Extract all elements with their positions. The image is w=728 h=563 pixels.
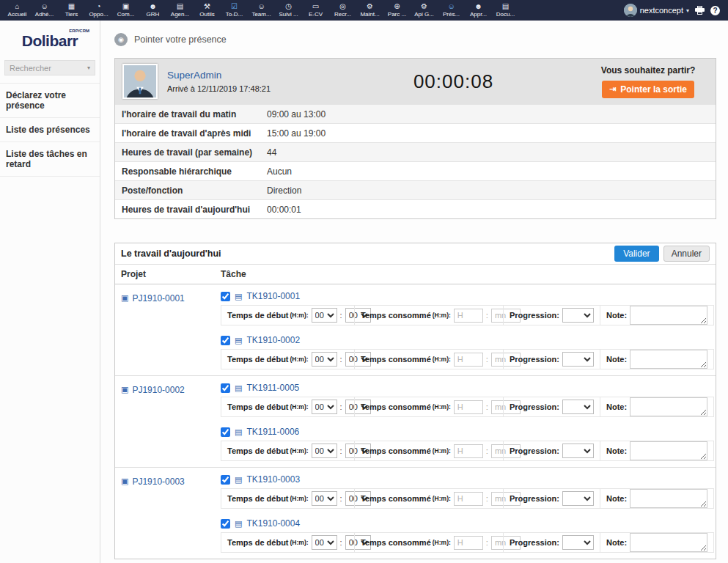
task-link[interactable]: TK1911-0006: [246, 427, 299, 437]
start-hour-select[interactable]: 00: [312, 491, 337, 506]
note-textarea[interactable]: [630, 441, 707, 460]
topbar-item-suivi[interactable]: ◷Suivi ...: [275, 0, 302, 21]
dolibarr-logo[interactable]: Dolibarr ERP/CRM: [0, 21, 100, 59]
topbar-item-opportunites[interactable]: ◔Oppo...: [85, 0, 112, 21]
consumed-time-cell: Temps consommé(H:m): :: [354, 397, 504, 417]
arrival-time: Arrivé à 12/11/2019 17:48:21: [167, 84, 317, 93]
project-link[interactable]: ▣PJ1910-0002: [121, 385, 185, 395]
task-controls: Temps de début(H:m): 00 : 00 Temps conso…: [221, 349, 714, 369]
cancel-button[interactable]: Annuler: [663, 246, 710, 262]
consumed-hours-input[interactable]: [454, 353, 483, 367]
task-link[interactable]: TK1910-0004: [246, 518, 300, 529]
clock-out-button[interactable]: ⇥ Pointer la sortie: [602, 81, 694, 98]
start-time-cell: Temps de début(H:m): 00 : 00: [221, 441, 355, 461]
topbar-item-documents[interactable]: ▤Docu...: [492, 0, 519, 21]
note-textarea[interactable]: [630, 397, 707, 416]
progression-select[interactable]: [562, 444, 594, 458]
progression-select[interactable]: [562, 535, 594, 550]
user-menu[interactable]: nextconcept ▾: [624, 4, 689, 17]
sidebar-item-liste-presences[interactable]: Liste des présences: [0, 118, 100, 142]
search-input[interactable]: [10, 64, 83, 73]
topbar-item-parc[interactable]: ⊕Parc ...: [383, 0, 411, 21]
topbar-item-accueil[interactable]: ⌂Accueil: [4, 0, 31, 21]
task-checkbox[interactable]: [221, 336, 230, 345]
todo-check-icon: ☑: [231, 3, 238, 10]
sidebar: Dolibarr ERP/CRM ▾ Déclarez votre présen…: [0, 21, 100, 563]
topbar-item-agenda[interactable]: ▤Agen...: [166, 0, 194, 21]
consumed-hours-input[interactable]: [454, 536, 483, 550]
sidebar-item-taches-en-retard[interactable]: Liste des tâches en retard: [0, 142, 100, 177]
topbar-item-todo[interactable]: ☑To-D...: [221, 0, 248, 21]
validate-button[interactable]: Valider: [614, 246, 658, 262]
task-header: ▤ TK1910-0004: [221, 518, 714, 529]
print-icon[interactable]: [695, 6, 705, 15]
consumed-hours-input[interactable]: [454, 492, 483, 506]
note-textarea[interactable]: [630, 489, 707, 508]
topbar-item-api[interactable]: ⚙Api G...: [411, 0, 438, 21]
task-link[interactable]: TK1911-0005: [246, 383, 299, 393]
task-checkbox[interactable]: [221, 475, 230, 485]
task-checkbox[interactable]: [221, 519, 230, 529]
topbar-item-outils[interactable]: ⚒Outils: [194, 0, 221, 21]
start-time-cell: Temps de début(H:m): 00 : 00: [221, 532, 355, 553]
note-textarea[interactable]: [630, 350, 707, 369]
info-row-heures-aujourdhui: Heures de travail d'aujourd'hui00:00:01: [115, 199, 716, 218]
consumed-hours-input[interactable]: [454, 400, 483, 414]
note-cell: Note:: [600, 488, 714, 509]
task-checkbox[interactable]: [221, 292, 230, 301]
topbar-item-approbation[interactable]: ☻Appr...: [465, 0, 492, 21]
sidebar-item-declarer-presence[interactable]: Déclarez votre présence: [0, 84, 100, 118]
consumed-hours-input[interactable]: [454, 309, 483, 323]
progression-select[interactable]: [562, 308, 594, 323]
progression-select[interactable]: [562, 491, 594, 506]
info-label: Responsable hiérarchique: [115, 166, 267, 177]
consumed-time-cell: Temps consommé(H:m): :: [354, 488, 504, 509]
task-link[interactable]: TK1910-0001: [246, 291, 300, 301]
chevron-down-icon: ▾: [87, 65, 90, 71]
info-value: 09:00 au 13:00: [267, 109, 326, 119]
sidebar-menu: Déclarez votre présence Liste des présen…: [0, 83, 100, 177]
task-link[interactable]: TK1910-0002: [246, 335, 300, 345]
project-link[interactable]: ▣PJ1910-0001: [121, 293, 185, 303]
progression-select[interactable]: [562, 400, 594, 414]
topbar-item-commerce[interactable]: ▣Com...: [112, 0, 139, 21]
task-icon: ▤: [235, 292, 242, 301]
start-time-cell: Temps de début(H:m): 00 : 00: [221, 349, 355, 369]
user-link[interactable]: SuperAdmin: [167, 70, 221, 81]
topbar-item-adherents[interactable]: ☺Adhé...: [31, 0, 58, 21]
progression-select[interactable]: [562, 352, 594, 367]
topbar-item-recrutement[interactable]: ◎Recr...: [329, 0, 356, 21]
topbar-item-tiers[interactable]: ▦Tiers: [58, 0, 85, 21]
work-column-headers: Projet Tâche: [115, 264, 716, 284]
task-link[interactable]: TK1910-0003: [246, 474, 300, 485]
topbar-item-ecv[interactable]: ▭E-CV: [302, 0, 329, 21]
presence-identity: SuperAdmin Arrivé à 12/11/2019 17:48:21: [167, 70, 317, 93]
sidebar-search[interactable]: ▾: [4, 60, 95, 76]
start-hour-select[interactable]: 00: [312, 535, 337, 550]
note-textarea[interactable]: [630, 306, 707, 325]
start-time-cell: Temps de début(H:m): 00 : 00: [221, 305, 355, 325]
progression-cell: Progression:: [503, 441, 600, 461]
topbar-item-team[interactable]: ☺Team...: [248, 0, 275, 21]
info-value: Direction: [267, 185, 301, 196]
info-value: 44: [267, 147, 276, 158]
start-hour-select[interactable]: 00: [312, 308, 337, 323]
progression-cell: Progression:: [503, 532, 600, 553]
topbar-item-grh[interactable]: ☻GRH: [139, 0, 166, 21]
topbar-item-presence[interactable]: ☺Prés...: [438, 0, 465, 21]
note-textarea[interactable]: [630, 533, 707, 552]
topbar-item-maintenance[interactable]: ⚙Maint...: [356, 0, 383, 21]
start-time-cell: Temps de début(H:m): 00 : 00: [221, 397, 355, 417]
consumed-time-cell: Temps consommé(H:m): :: [354, 305, 504, 325]
task-block: ▤ TK1911-0005 Temps de début(H:m): 00 : …: [221, 382, 714, 417]
start-hour-select[interactable]: 00: [312, 352, 337, 367]
task-checkbox[interactable]: [221, 427, 230, 437]
start-hour-select[interactable]: 00: [312, 400, 337, 414]
project-link[interactable]: ▣PJ1910-0003: [121, 476, 185, 487]
start-hour-select[interactable]: 00: [312, 444, 337, 458]
tasks-cell: ▤ TK1911-0005 Temps de début(H:m): 00 : …: [221, 382, 714, 461]
task-checkbox[interactable]: [221, 383, 230, 393]
help-icon[interactable]: ?: [710, 6, 720, 15]
members-icon: ☺: [40, 3, 48, 10]
consumed-hours-input[interactable]: [454, 444, 483, 458]
